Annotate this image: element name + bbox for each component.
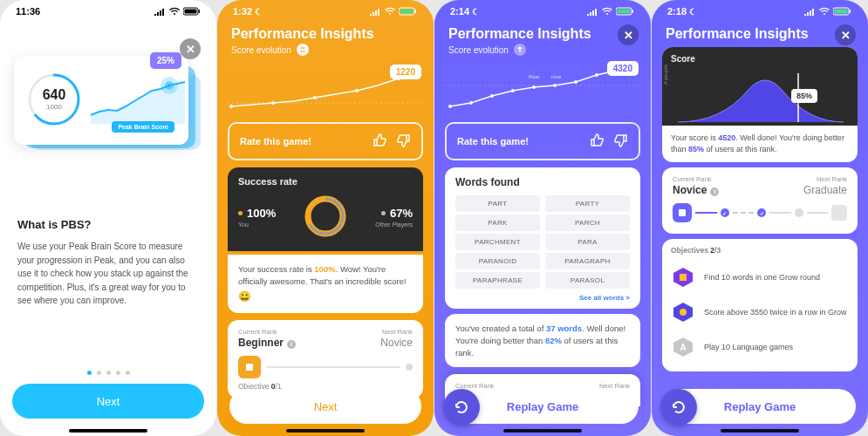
wifi-icon [384,7,396,16]
svg-point-32 [574,80,578,84]
status-indicators [369,7,418,16]
pbs-ring: 640 1000 [24,70,84,129]
status-bar: 11:36 [0,0,216,19]
svg-rect-21 [246,364,253,371]
rank-card: Current RankNext Rank BeginneriNovice Ob… [228,320,423,399]
check-node [757,208,766,217]
word-cell: PARAGRAPH [545,253,630,269]
next-button[interactable]: Next [229,389,421,424]
word-cell: PARANOID [455,253,540,269]
dnd-icon: ☾ [255,7,263,17]
word-cell: PARCH [545,215,630,231]
up-arrow-icon [514,44,526,56]
words-title: Words found [455,176,630,188]
objective-item: Find 10 words in one Grow round [671,260,849,295]
word-cell: PARK [455,215,540,231]
svg-text:A: A [680,343,686,352]
word-cell: PARCHMENT [455,234,540,250]
svg-point-29 [511,89,515,92]
next-button[interactable]: Next [12,384,204,419]
close-button[interactable]: ✕ [835,24,856,45]
svg-point-30 [532,85,536,89]
smile-emoji: 😀 [238,290,413,304]
battery-charging-icon [833,7,852,16]
current-rank: Novice [673,184,707,196]
svg-point-26 [448,105,452,108]
pbs-max: 1000 [24,103,84,111]
thumbs-down-icon[interactable] [395,133,411,150]
thumbs-down-icon[interactable] [612,133,628,150]
see-all-link[interactable]: See all words > [455,294,630,302]
replay-fab[interactable] [443,389,480,426]
evolution-row[interactable]: Score evolution [217,44,434,59]
pbs-pill: Peak Brain Score [112,121,174,133]
words-message: You've created a total of 37 words. Well… [445,314,640,367]
screen-insights-words: 2:14 ☾ ✕ Performance Insights Score evol… [434,0,651,436]
next-rank: Novice [380,337,413,349]
svg-rect-43 [680,274,687,281]
evolution-label: Score evolution [448,45,509,55]
status-time: 1:32 ☾ [233,6,263,17]
svg-point-15 [355,89,359,92]
pbs-card-stack: 640 1000 25% Peak Brain Score [12,51,204,181]
dnd-icon: ☾ [689,7,697,17]
status-bar: 2:18 ☾ [652,0,868,19]
pbs-body: We use your Peak Brain Score to measure … [17,240,199,308]
pbs-value: 640 [24,87,84,103]
objective-item: APlay 10 Language games [671,330,849,364]
pbs-card: 640 1000 25% Peak Brain Score [14,56,188,145]
svg-rect-24 [632,10,634,13]
current-rank: Beginner [238,337,284,349]
svg-rect-9 [400,10,413,14]
svg-point-45 [680,309,687,316]
success-ring [301,192,350,241]
close-button[interactable]: ✕ [618,24,639,45]
evolution-row[interactable]: Score evolution [434,44,651,59]
score-message: Your score is 4520. Well done! You're do… [662,126,858,162]
status-bar: 2:14 ☾ [434,0,651,19]
objectives-card: Objectives 2/3 Find 10 words in one Grow… [662,239,858,371]
pbs-heading: What is PBS? [17,218,199,231]
signal-icon [586,8,598,16]
screen-insights-orange: 1:32 ☾ Performance Insights Score evolut… [217,0,434,436]
word-cell: PARTY [545,195,630,212]
signal-icon [803,8,816,16]
home-indicator [69,429,147,433]
wifi-icon [818,7,830,16]
swap-icon [297,44,309,56]
svg-rect-39 [850,10,851,13]
success-title: Success rate [238,176,413,187]
signal-icon [154,8,166,16]
dnd-icon: ☾ [472,7,480,17]
page-dots [0,371,216,375]
info-icon[interactable]: i [710,187,719,196]
screen-pbs-intro: 11:36 ✕ 640 1000 25% Peak Brain S [0,0,216,436]
info-icon[interactable]: i [287,340,296,349]
chart-end-value: 4320 [607,61,639,76]
word-cell: PART [455,195,540,212]
replay-fab[interactable] [660,389,697,426]
score-label: Score [671,54,849,64]
home-indicator [286,429,365,433]
word-cell: PARASOL [545,272,630,289]
home-indicator [503,429,582,433]
words-card: Words found PARTPARTYPARKPARCHPARCHMENTP… [445,167,640,309]
home-indicator [721,429,799,433]
svg-text:now: now [551,74,562,79]
score-pct-badge: 85% [791,89,817,103]
check-node [721,208,729,217]
signal-icon [369,8,381,16]
svg-point-31 [553,84,557,87]
svg-point-7 [167,84,171,87]
close-button[interactable]: ✕ [180,38,201,59]
thumbs-up-icon[interactable] [590,133,605,150]
svg-rect-41 [679,209,686,216]
empty-node [795,208,803,217]
rank-badge-icon [238,356,261,378]
svg-rect-2 [199,10,201,13]
success-rate-card: Success rate 100%You 67%Other Players [228,167,423,251]
svg-rect-23 [618,10,631,14]
thumbs-up-icon[interactable] [372,133,388,150]
battery-charging-icon [616,7,635,16]
status-time: 2:14 ☾ [450,6,480,17]
